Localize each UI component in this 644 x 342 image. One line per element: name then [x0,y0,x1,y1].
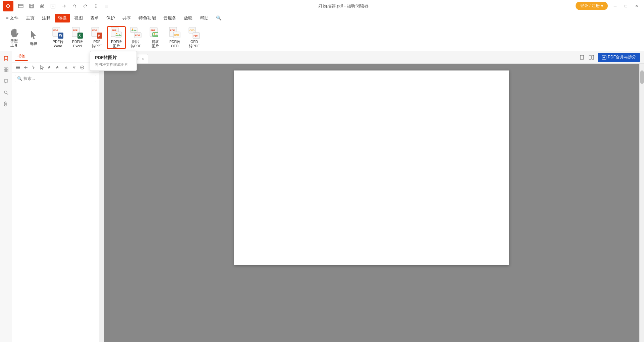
close-button[interactable]: ✕ [632,1,641,11]
tool-pdf-word-btn[interactable]: PDF W PDF转Word [49,26,67,49]
minimize-button[interactable]: ─ [610,1,620,11]
panel-tool-font-inc[interactable]: A+ [46,64,54,71]
svg-rect-42 [4,68,6,69]
left-panel: 书签 A+ A- [12,51,99,342]
svg-text:PDF: PDF [170,29,175,32]
sidebar-icon-attachment[interactable] [1,99,11,109]
pdf-merge-btn[interactable]: PDF合并与拆分 [598,53,640,62]
close-tab-btn[interactable]: × [142,57,144,61]
tool-pdf-image-btn[interactable]: PDF PDF转图片 [107,26,126,49]
scroll-thumb[interactable] [640,70,644,84]
tool-pdf-ofd-btn[interactable]: PDF OFD PDF转OFD [165,26,184,49]
tooltip-title: PDF转图片 [95,55,132,61]
login-button[interactable]: 登录 / 注册 ▾ [576,2,608,10]
menu-help[interactable]: 帮助 [197,14,212,22]
titlebar-left [3,1,111,11]
doc-tabbar: PDF 好物推荐.pdf × PDF合并与拆分 [104,51,644,64]
search-icon: 🔍 [17,76,22,81]
app-logo [3,1,13,11]
svg-rect-59 [592,55,594,59]
save-btn[interactable] [27,1,36,11]
svg-text:OFD: OFD [190,29,195,32]
tool-extract-image-btn[interactable]: PDF 提取图片 [146,26,165,49]
select-icon [28,29,40,41]
convert-btn[interactable] [59,1,68,11]
panel-tool-move-down[interactable] [70,64,78,71]
image-pdf-icon: PDF [130,27,142,39]
panel-tool-cursor[interactable] [38,64,46,71]
svg-rect-58 [589,55,591,59]
svg-text:PDF: PDF [73,29,78,32]
panel-tool-list[interactable] [14,64,21,71]
menu-convert[interactable]: 转换 [55,14,70,22]
menu-share[interactable]: 共享 [119,14,135,22]
hand-tool-label: 手型工具 [10,39,18,47]
tool-pdf-ppt-btn[interactable]: PDF P PDF转PPT [88,26,106,49]
svg-point-25 [116,33,117,34]
menu-view[interactable]: 视图 [71,14,86,22]
view-double-btn[interactable] [587,53,596,62]
panel-tool-move-up[interactable] [62,64,70,71]
sidebar-icon-search[interactable] [1,88,11,97]
toolbar: 手型工具 选择 PDF W PDF转Word [0,24,644,51]
search-box: 🔍 [15,75,96,82]
svg-rect-0 [18,4,23,8]
more-btn[interactable] [102,1,111,11]
svg-text:+: + [50,66,52,68]
menu-home[interactable]: 主页 [22,14,38,22]
pdf-page [234,70,509,265]
menu-protect[interactable]: 保护 [103,14,118,22]
search-input[interactable] [23,76,94,81]
svg-rect-26 [130,27,137,33]
tool-select-btn[interactable]: 选择 [24,26,43,49]
tool-hand-btn[interactable]: 手型工具 [5,26,23,49]
svg-text:PDF: PDF [53,29,58,32]
sidebar-icon-annotation[interactable] [1,77,11,86]
tool-image-pdf-btn[interactable]: PDF 图片转PDF [126,26,145,49]
hand-icon [8,28,20,39]
pdf-word-label: PDF转Word [53,40,63,48]
dropdown-btn[interactable] [91,1,101,11]
redo-btn[interactable] [80,1,90,11]
panel-tool-add[interactable] [22,64,30,71]
menu-special[interactable]: 特色功能 [135,14,159,22]
menu-annotate[interactable]: 注释 [39,14,54,22]
menu-form[interactable]: 表单 [87,14,102,22]
undo-btn[interactable] [70,1,79,11]
bookmark-tab[interactable]: 书签 [15,52,28,61]
sidebar-icon-bookmark[interactable] [1,54,11,63]
svg-rect-57 [580,55,584,59]
menu-file[interactable]: ≡ 文件 [3,14,22,22]
maximize-button[interactable]: □ [621,1,631,11]
image-pdf-label: 图片转PDF [130,40,141,48]
svg-point-46 [4,91,7,94]
titlebar: 好物推荐.pdf - 福听阅读器 登录 / 注册 ▾ ─ □ ✕ [0,0,644,12]
extract-image-label: 提取图片 [152,40,159,48]
pdf-canvas[interactable] [104,64,639,342]
select-tool-label: 选择 [30,42,37,46]
right-scrollbar[interactable] [639,64,644,342]
window-title: 好物推荐.pdf - 福听阅读器 [111,3,576,9]
panel-tool-font-dec[interactable]: A- [54,64,62,71]
pdf-ppt-icon: PDF P [91,27,103,39]
svg-text:PDF: PDF [135,34,140,37]
svg-text:PDF: PDF [194,35,199,37]
print-btn[interactable] [38,1,47,11]
menu-search[interactable]: 🔍 [213,14,225,22]
panel-tool-select-child[interactable] [30,64,38,71]
sidebar-icon-thumbnail[interactable] [1,65,11,75]
svg-point-27 [132,29,133,30]
svg-text:PDF: PDF [151,29,156,32]
pdf-excel-icon: PDF X [71,27,84,39]
menu-present[interactable]: 放映 [180,14,196,22]
panel-tool-delete[interactable] [78,64,86,71]
open-file-btn[interactable] [16,1,25,11]
svg-rect-47 [16,66,20,66]
tool-ofd-pdf-btn[interactable]: OFD PDF OFD转PDF [185,26,204,49]
tool-pdf-excel-btn[interactable]: PDF X PDF转Excel [68,26,87,49]
view-single-btn[interactable] [578,53,586,62]
new-btn[interactable] [48,1,58,11]
panel-tabs: 书签 [12,51,99,62]
menu-cloud[interactable]: 云服务 [160,14,180,22]
main-content: PDF 好物推荐.pdf × PDF合并与拆分 [104,51,644,342]
